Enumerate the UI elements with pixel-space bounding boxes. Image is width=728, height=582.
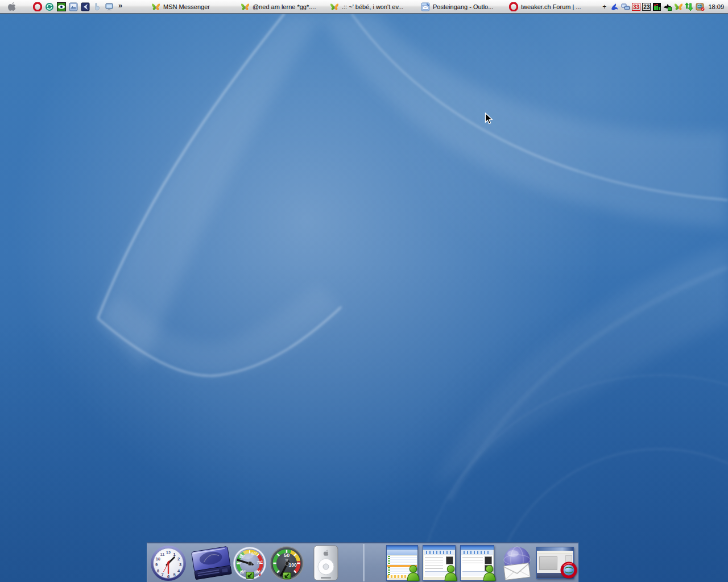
mouse-cursor: [485, 113, 493, 125]
dock-mail-icon[interactable]: [499, 546, 535, 581]
dock-window-msn-chat-1[interactable]: [423, 545, 456, 581]
equalizer-meter-tray-icon[interactable]: [652, 2, 661, 11]
gauge-label: 50: [284, 552, 290, 558]
tray-expand-plus[interactable]: +: [602, 3, 606, 11]
opera-icon: [509, 2, 518, 11]
tray-clock[interactable]: 18:09: [708, 3, 724, 10]
dock-window-opera-browser[interactable]: [536, 547, 574, 579]
chat-display-picture: [446, 556, 453, 564]
window-titlebar: [461, 546, 494, 550]
msn-buddy-icon: [482, 564, 497, 581]
task-button-opera-forum[interactable]: tweaker.ch Forum | ...: [509, 0, 592, 14]
task-label: Posteingang - Outlo...: [433, 3, 493, 10]
chat-display-picture: [485, 556, 492, 564]
msn-butterfly-icon: [241, 2, 250, 11]
clock-numeral: 9: [155, 562, 158, 567]
task-label: @ned am lerne *gg*....: [253, 3, 316, 10]
network-computers-tray-icon[interactable]: [621, 2, 630, 11]
msn-butterfly-icon: [151, 2, 160, 11]
msn-buddy-icon: [406, 564, 421, 581]
clock-numeral: 7: [161, 572, 163, 577]
apple-menu-icon[interactable]: [7, 2, 17, 11]
msn-buddy-icon: [443, 564, 458, 581]
gauge-label: 80°: [254, 570, 260, 574]
chat-toolbar: [424, 550, 454, 555]
dock: 12 1 2 3 4 5 6 7 8 9 10 11: [147, 542, 578, 582]
globe-download-tray-icon[interactable]: [696, 2, 705, 11]
clock-numeral: 1: [173, 552, 175, 557]
photo-viewer-icon[interactable]: [69, 2, 78, 11]
msn-butterfly-icon: [330, 2, 339, 11]
swirl-update-icon[interactable]: [45, 2, 54, 11]
msn-banner: [387, 550, 417, 555]
outlook-icon: [421, 2, 430, 11]
taskbar-buttons: MSN Messenger @ned am lerne *gg*.... .::…: [151, 0, 592, 14]
b-app-icon[interactable]: [93, 2, 102, 11]
dock-window-msn-chat-2[interactable]: [460, 545, 494, 581]
bat-antivirus-tray-icon[interactable]: [663, 2, 672, 11]
network-traffic-arrows-icon[interactable]: [685, 2, 694, 11]
dock-hard-drive-icon[interactable]: [188, 546, 235, 581]
gauge-label: 100: [289, 562, 297, 568]
chat-toolbar: [461, 550, 493, 555]
window-titlebar: [387, 546, 417, 550]
task-button-msn-messenger[interactable]: MSN Messenger: [151, 0, 241, 14]
dock-cpu-usage-gauge-icon[interactable]: 50 % 100: [269, 546, 304, 581]
system-tray: + 33 23 18:09: [602, 0, 726, 14]
opera-quicklaunch-icon[interactable]: [33, 2, 42, 11]
dock-window-msn-contact-list[interactable]: [386, 545, 418, 581]
opera-logo-icon: [560, 561, 578, 579]
window-titlebar: [423, 546, 455, 550]
msn-tray-icon[interactable]: [674, 2, 683, 11]
temp-monitor-33[interactable]: 33: [632, 3, 640, 11]
display-monitor-icon[interactable]: [105, 2, 114, 11]
gauge-label: 20°: [239, 570, 246, 574]
page-image-placeholder: [539, 556, 557, 570]
clock-numeral: 8: [157, 568, 159, 573]
gauge-label: 70°: [257, 560, 263, 564]
quicklaunch-bar: [33, 2, 114, 11]
eye-viewer-icon[interactable]: [57, 2, 66, 11]
temp-monitor-23[interactable]: 23: [642, 3, 651, 11]
task-label: .:: ~' bébé, i won't ev...: [342, 3, 403, 10]
top-menubar: » MSN Messenger @ned am lerne *gg*.... .…: [0, 0, 728, 14]
clock-numeral: 5: [173, 572, 175, 577]
clock-numeral: 3: [179, 562, 181, 567]
quicklaunch-overflow-chevron[interactable]: »: [118, 1, 122, 10]
dock-divider: [363, 544, 365, 581]
blue-bird-tray-icon[interactable]: [610, 2, 619, 11]
desktop-wallpaper: [0, 0, 728, 582]
dock-analog-clock-icon[interactable]: 12 1 2 3 4 5 6 7 8 9 10 11: [150, 544, 187, 582]
media-arrow-icon[interactable]: [81, 2, 90, 11]
task-button-outlook-inbox[interactable]: Posteingang - Outlo...: [421, 0, 509, 14]
task-label: MSN Messenger: [163, 3, 210, 10]
task-label: tweaker.ch Forum | ...: [521, 3, 581, 10]
dock-temperature-gauge-icon[interactable]: 40° 60° 30° 70° 20° 80°: [233, 546, 267, 580]
clock-numeral: 2: [177, 556, 180, 562]
task-button-msn-chat-1[interactable]: @ned am lerne *gg*....: [241, 0, 330, 14]
dock-ipod-icon[interactable]: [311, 544, 341, 582]
task-button-msn-chat-2[interactable]: .:: ~' bébé, i won't ev...: [330, 0, 421, 14]
clock-numeral: 6: [167, 574, 169, 579]
